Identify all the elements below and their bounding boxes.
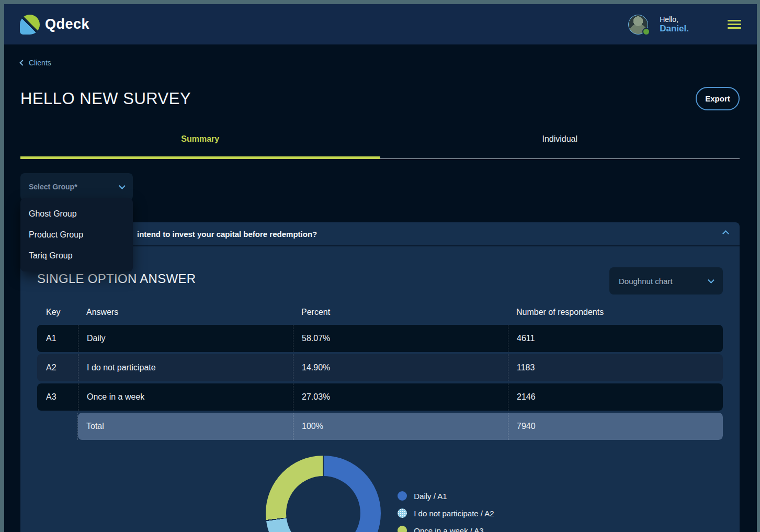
group-option-ghost[interactable]: Ghost Group <box>20 203 133 224</box>
answers-table: Key Answers Percent Number of respondent… <box>37 300 723 440</box>
col-header-respondents: Number of respondents <box>508 308 723 317</box>
chevron-down-icon <box>708 277 714 284</box>
page-title: HELLO NEW SURVEY <box>20 89 191 108</box>
chevron-left-icon <box>19 60 25 65</box>
cell-key: A2 <box>37 354 78 381</box>
table-row: A1 Daily 58.07% 4611 <box>37 325 723 352</box>
cell-answer: Daily <box>78 325 293 352</box>
qdeck-logo-icon <box>20 15 40 35</box>
user-greeting: Hello, Daniel. <box>660 15 689 34</box>
tab-individual[interactable]: Individual <box>380 127 740 159</box>
legend-label: I do not participate / A2 <box>414 509 494 518</box>
tab-summary[interactable]: Summary <box>20 127 380 159</box>
cell-respondents: 2146 <box>508 383 723 411</box>
app-window: Qdeck Hello, Daniel. Clients HELLO NEW S… <box>4 4 757 532</box>
legend-item: Daily / A1 <box>398 491 494 501</box>
cell-total-percent: 100% <box>293 413 508 440</box>
panel-body: SINGLE OPTION ANSWER Doughnut chart Key … <box>20 246 740 532</box>
cell-total-respondents: 7940 <box>508 413 723 440</box>
chevron-down-icon <box>119 183 126 189</box>
legend-item: Once in a week / A3 <box>398 526 494 532</box>
cell-percent: 14.90% <box>293 354 508 381</box>
legend-label: Daily / A1 <box>414 492 447 501</box>
cell-percent: 58.07% <box>293 325 508 352</box>
brand-logo[interactable]: Qdeck <box>20 15 89 35</box>
col-header-key: Key <box>37 308 78 317</box>
group-select-label: Select Group* <box>29 183 77 191</box>
group-select-menu: Ghost Group Product Group Tariq Group <box>20 198 133 271</box>
breadcrumb-label: Clients <box>29 59 51 67</box>
export-button[interactable]: Export <box>696 87 740 110</box>
top-navbar: Qdeck Hello, Daniel. <box>4 4 757 44</box>
chevron-up-icon[interactable] <box>722 230 729 237</box>
user-avatar[interactable] <box>628 15 648 35</box>
greeting-name: Daniel. <box>660 24 689 34</box>
cell-respondents: 4611 <box>508 325 723 352</box>
cell-key: A3 <box>37 383 78 411</box>
doughnut-hole <box>286 476 360 532</box>
cell-answer: I do not participate <box>78 354 293 381</box>
col-header-percent: Percent <box>293 308 508 317</box>
menu-icon[interactable] <box>728 20 741 29</box>
navbar-right: Hello, Daniel. <box>628 15 741 35</box>
cell-key-empty <box>37 413 78 440</box>
legend-dot-participate <box>398 508 407 518</box>
legend-dot-daily <box>398 491 407 501</box>
legend-item: I do not participate / A2 <box>398 508 494 518</box>
group-option-tariq[interactable]: Tariq Group <box>20 245 133 266</box>
chart-type-value: Doughnut chart <box>619 277 673 286</box>
cell-percent: 27.03% <box>293 383 508 411</box>
cell-answer: Once in a week <box>78 383 293 411</box>
tab-bar: Summary Individual <box>20 127 740 159</box>
title-row: HELLO NEW SURVEY Export <box>20 87 740 110</box>
greeting-hello: Hello, <box>660 15 689 24</box>
table-total-row: Total 100% 7940 <box>37 413 723 440</box>
chart-legend: Daily / A1 I do not participate / A2 Onc… <box>398 491 494 532</box>
cell-total-label: Total <box>78 413 293 440</box>
doughnut-chart <box>266 456 381 532</box>
main-content: Clients HELLO NEW SURVEY Export Summary … <box>4 44 757 532</box>
legend-dot-week <box>398 526 407 532</box>
legend-label: Once in a week / A3 <box>414 526 483 532</box>
doughnut-chart-area: Daily / A1 I do not participate / A2 Onc… <box>37 456 723 532</box>
chart-type-select[interactable]: Doughnut chart <box>609 267 723 295</box>
cell-respondents: 1183 <box>508 354 723 381</box>
cell-key: A1 <box>37 325 78 352</box>
table-row: A3 Once in a week 27.03% 2146 <box>37 383 723 411</box>
table-row: A2 I do not participate 14.90% 1183 <box>37 354 723 381</box>
group-select[interactable]: Select Group* <box>20 173 133 200</box>
col-header-answers: Answers <box>78 308 293 317</box>
table-header-row: Key Answers Percent Number of respondent… <box>37 300 723 325</box>
brand-name: Qdeck <box>45 16 89 32</box>
breadcrumb[interactable]: Clients <box>20 59 51 67</box>
online-status-icon <box>642 28 650 36</box>
group-option-product[interactable]: Product Group <box>20 224 133 245</box>
